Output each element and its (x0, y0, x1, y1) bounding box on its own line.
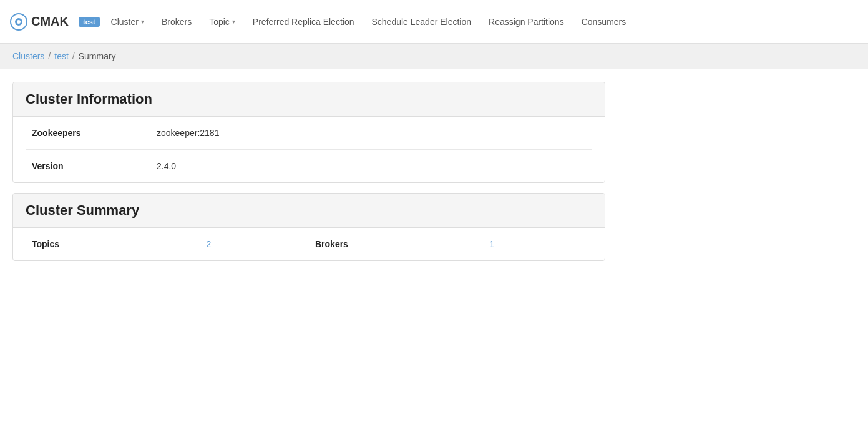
cluster-summary-body: Topics 2 Brokers 1 (13, 228, 605, 260)
table-row: Zookeepers zookeeper:2181 (26, 117, 592, 150)
breadcrumb-test-link[interactable]: test (54, 51, 69, 61)
cluster-dropdown-icon: ▾ (141, 18, 144, 25)
main-content: Cluster Information Zookeepers zookeeper… (0, 69, 868, 283)
cluster-info-body: Zookeepers zookeeper:2181 Version 2.4.0 (13, 117, 605, 182)
cluster-summary-card: Cluster Summary Topics 2 Brokers 1 (12, 193, 605, 261)
brand-link[interactable]: CMAK (10, 13, 69, 31)
breadcrumb-clusters-link[interactable]: Clusters (12, 51, 44, 61)
cluster-info-title: Cluster Information (26, 91, 592, 107)
breadcrumb-bar: Clusters / test / Summary (0, 44, 868, 69)
breadcrumb-sep-2: / (72, 51, 75, 61)
cluster-summary-header: Cluster Summary (13, 194, 605, 228)
breadcrumb: Clusters / test / Summary (12, 51, 856, 61)
nav-item-preferred-replica[interactable]: Preferred Replica Election (246, 0, 361, 44)
breadcrumb-summary: Summary (79, 51, 116, 61)
nav-cluster-label: Cluster (111, 17, 139, 27)
cluster-summary-title: Cluster Summary (26, 202, 592, 218)
topics-value[interactable]: 2 (200, 228, 309, 260)
nav-item-cluster[interactable]: Cluster ▾ (105, 0, 150, 44)
cluster-badge: test (79, 17, 100, 27)
table-row: Topics 2 Brokers 1 (26, 228, 592, 260)
nav-item-consumers[interactable]: Consumers (575, 0, 633, 44)
nav-brokers-label: Brokers (162, 17, 192, 27)
cluster-info-table: Zookeepers zookeeper:2181 Version 2.4.0 (26, 117, 592, 182)
brand-icon (10, 13, 27, 31)
table-row: Version 2.4.0 (26, 150, 592, 183)
nav-reassign-partitions-label: Reassign Partitions (489, 17, 564, 27)
version-label: Version (26, 150, 150, 183)
brand-name: CMAK (31, 14, 69, 29)
zookeepers-value: zookeeper:2181 (150, 117, 592, 150)
nav-consumers-label: Consumers (582, 17, 627, 27)
nav-item-schedule-leader[interactable]: Schedule Leader Election (365, 0, 477, 44)
zookeepers-label: Zookeepers (26, 117, 150, 150)
nav-preferred-replica-label: Preferred Replica Election (253, 17, 354, 27)
topic-dropdown-icon: ▾ (232, 18, 235, 25)
nav-item-brokers[interactable]: Brokers (155, 0, 198, 44)
cluster-info-card: Cluster Information Zookeepers zookeeper… (12, 82, 605, 183)
topics-label: Topics (26, 228, 200, 260)
brokers-value[interactable]: 1 (483, 228, 592, 260)
nav-schedule-leader-label: Schedule Leader Election (371, 17, 471, 27)
nav-item-reassign-partitions[interactable]: Reassign Partitions (482, 0, 570, 44)
cluster-summary-table: Topics 2 Brokers 1 (26, 228, 592, 260)
breadcrumb-sep-1: / (48, 51, 51, 61)
brokers-label: Brokers (309, 228, 483, 260)
cluster-info-header: Cluster Information (13, 82, 605, 117)
version-value: 2.4.0 (150, 150, 592, 183)
nav-topic-label: Topic (209, 17, 230, 27)
navbar: CMAK test Cluster ▾ Brokers Topic ▾ Pref… (0, 0, 868, 44)
nav-item-topic[interactable]: Topic ▾ (203, 0, 241, 44)
